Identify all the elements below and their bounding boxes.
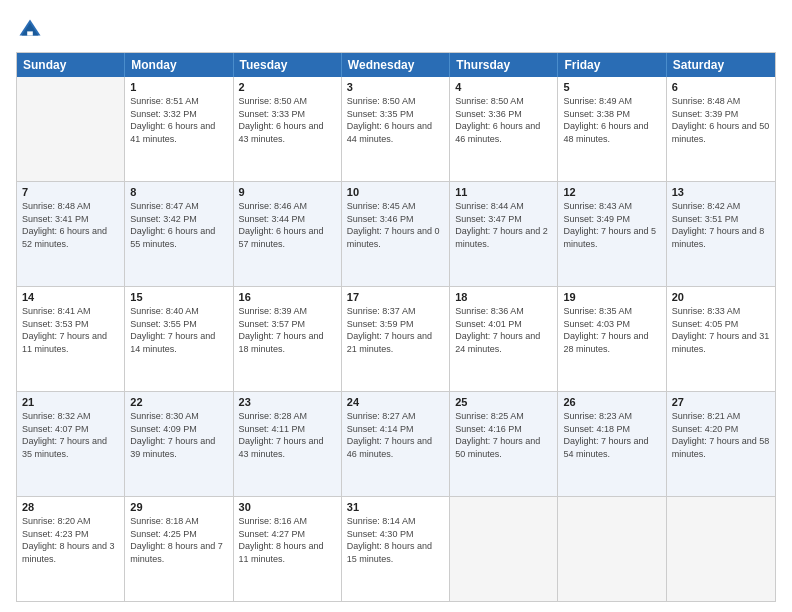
day-cell-20: 20Sunrise: 8:33 AMSunset: 4:05 PMDayligh…: [667, 287, 775, 391]
empty-cell: [450, 497, 558, 601]
day-cell-15: 15Sunrise: 8:40 AMSunset: 3:55 PMDayligh…: [125, 287, 233, 391]
day-info: Sunrise: 8:49 AMSunset: 3:38 PMDaylight:…: [563, 95, 660, 145]
day-info: Sunrise: 8:44 AMSunset: 3:47 PMDaylight:…: [455, 200, 552, 250]
header-day-wednesday: Wednesday: [342, 53, 450, 77]
calendar-row-1: 1Sunrise: 8:51 AMSunset: 3:32 PMDaylight…: [17, 77, 775, 182]
day-cell-3: 3Sunrise: 8:50 AMSunset: 3:35 PMDaylight…: [342, 77, 450, 181]
day-cell-23: 23Sunrise: 8:28 AMSunset: 4:11 PMDayligh…: [234, 392, 342, 496]
empty-cell: [17, 77, 125, 181]
day-number: 5: [563, 81, 660, 93]
day-number: 30: [239, 501, 336, 513]
day-info: Sunrise: 8:43 AMSunset: 3:49 PMDaylight:…: [563, 200, 660, 250]
day-number: 28: [22, 501, 119, 513]
day-cell-17: 17Sunrise: 8:37 AMSunset: 3:59 PMDayligh…: [342, 287, 450, 391]
calendar-row-2: 7Sunrise: 8:48 AMSunset: 3:41 PMDaylight…: [17, 182, 775, 287]
day-cell-4: 4Sunrise: 8:50 AMSunset: 3:36 PMDaylight…: [450, 77, 558, 181]
day-info: Sunrise: 8:48 AMSunset: 3:41 PMDaylight:…: [22, 200, 119, 250]
day-info: Sunrise: 8:47 AMSunset: 3:42 PMDaylight:…: [130, 200, 227, 250]
day-info: Sunrise: 8:30 AMSunset: 4:09 PMDaylight:…: [130, 410, 227, 460]
day-info: Sunrise: 8:32 AMSunset: 4:07 PMDaylight:…: [22, 410, 119, 460]
day-info: Sunrise: 8:51 AMSunset: 3:32 PMDaylight:…: [130, 95, 227, 145]
day-info: Sunrise: 8:48 AMSunset: 3:39 PMDaylight:…: [672, 95, 770, 145]
day-info: Sunrise: 8:33 AMSunset: 4:05 PMDaylight:…: [672, 305, 770, 355]
day-number: 27: [672, 396, 770, 408]
day-info: Sunrise: 8:27 AMSunset: 4:14 PMDaylight:…: [347, 410, 444, 460]
calendar-body: 1Sunrise: 8:51 AMSunset: 3:32 PMDaylight…: [17, 77, 775, 601]
day-info: Sunrise: 8:41 AMSunset: 3:53 PMDaylight:…: [22, 305, 119, 355]
day-number: 9: [239, 186, 336, 198]
day-number: 22: [130, 396, 227, 408]
day-info: Sunrise: 8:46 AMSunset: 3:44 PMDaylight:…: [239, 200, 336, 250]
calendar-row-5: 28Sunrise: 8:20 AMSunset: 4:23 PMDayligh…: [17, 497, 775, 601]
day-number: 18: [455, 291, 552, 303]
day-cell-25: 25Sunrise: 8:25 AMSunset: 4:16 PMDayligh…: [450, 392, 558, 496]
day-info: Sunrise: 8:18 AMSunset: 4:25 PMDaylight:…: [130, 515, 227, 565]
day-cell-30: 30Sunrise: 8:16 AMSunset: 4:27 PMDayligh…: [234, 497, 342, 601]
day-cell-29: 29Sunrise: 8:18 AMSunset: 4:25 PMDayligh…: [125, 497, 233, 601]
day-number: 20: [672, 291, 770, 303]
day-cell-6: 6Sunrise: 8:48 AMSunset: 3:39 PMDaylight…: [667, 77, 775, 181]
day-cell-24: 24Sunrise: 8:27 AMSunset: 4:14 PMDayligh…: [342, 392, 450, 496]
day-number: 2: [239, 81, 336, 93]
day-cell-18: 18Sunrise: 8:36 AMSunset: 4:01 PMDayligh…: [450, 287, 558, 391]
calendar-header-row: SundayMondayTuesdayWednesdayThursdayFrid…: [17, 53, 775, 77]
svg-rect-2: [27, 31, 33, 35]
day-number: 25: [455, 396, 552, 408]
day-number: 16: [239, 291, 336, 303]
day-info: Sunrise: 8:36 AMSunset: 4:01 PMDaylight:…: [455, 305, 552, 355]
day-cell-9: 9Sunrise: 8:46 AMSunset: 3:44 PMDaylight…: [234, 182, 342, 286]
day-info: Sunrise: 8:21 AMSunset: 4:20 PMDaylight:…: [672, 410, 770, 460]
day-cell-26: 26Sunrise: 8:23 AMSunset: 4:18 PMDayligh…: [558, 392, 666, 496]
header-day-monday: Monday: [125, 53, 233, 77]
day-info: Sunrise: 8:50 AMSunset: 3:35 PMDaylight:…: [347, 95, 444, 145]
day-cell-13: 13Sunrise: 8:42 AMSunset: 3:51 PMDayligh…: [667, 182, 775, 286]
day-cell-19: 19Sunrise: 8:35 AMSunset: 4:03 PMDayligh…: [558, 287, 666, 391]
logo-icon: [16, 16, 44, 44]
day-cell-11: 11Sunrise: 8:44 AMSunset: 3:47 PMDayligh…: [450, 182, 558, 286]
day-cell-31: 31Sunrise: 8:14 AMSunset: 4:30 PMDayligh…: [342, 497, 450, 601]
day-cell-1: 1Sunrise: 8:51 AMSunset: 3:32 PMDaylight…: [125, 77, 233, 181]
header-day-saturday: Saturday: [667, 53, 775, 77]
day-cell-27: 27Sunrise: 8:21 AMSunset: 4:20 PMDayligh…: [667, 392, 775, 496]
day-info: Sunrise: 8:40 AMSunset: 3:55 PMDaylight:…: [130, 305, 227, 355]
day-cell-28: 28Sunrise: 8:20 AMSunset: 4:23 PMDayligh…: [17, 497, 125, 601]
day-number: 23: [239, 396, 336, 408]
header: [16, 16, 776, 44]
day-number: 6: [672, 81, 770, 93]
day-cell-7: 7Sunrise: 8:48 AMSunset: 3:41 PMDaylight…: [17, 182, 125, 286]
logo: [16, 16, 48, 44]
header-day-friday: Friday: [558, 53, 666, 77]
day-info: Sunrise: 8:20 AMSunset: 4:23 PMDaylight:…: [22, 515, 119, 565]
day-number: 10: [347, 186, 444, 198]
calendar: SundayMondayTuesdayWednesdayThursdayFrid…: [16, 52, 776, 602]
day-number: 4: [455, 81, 552, 93]
day-info: Sunrise: 8:14 AMSunset: 4:30 PMDaylight:…: [347, 515, 444, 565]
day-number: 24: [347, 396, 444, 408]
header-day-tuesday: Tuesday: [234, 53, 342, 77]
header-day-thursday: Thursday: [450, 53, 558, 77]
empty-cell: [558, 497, 666, 601]
day-number: 13: [672, 186, 770, 198]
day-number: 14: [22, 291, 119, 303]
day-info: Sunrise: 8:35 AMSunset: 4:03 PMDaylight:…: [563, 305, 660, 355]
day-info: Sunrise: 8:42 AMSunset: 3:51 PMDaylight:…: [672, 200, 770, 250]
day-info: Sunrise: 8:28 AMSunset: 4:11 PMDaylight:…: [239, 410, 336, 460]
day-cell-5: 5Sunrise: 8:49 AMSunset: 3:38 PMDaylight…: [558, 77, 666, 181]
day-number: 12: [563, 186, 660, 198]
day-cell-8: 8Sunrise: 8:47 AMSunset: 3:42 PMDaylight…: [125, 182, 233, 286]
day-cell-16: 16Sunrise: 8:39 AMSunset: 3:57 PMDayligh…: [234, 287, 342, 391]
day-cell-22: 22Sunrise: 8:30 AMSunset: 4:09 PMDayligh…: [125, 392, 233, 496]
day-number: 7: [22, 186, 119, 198]
day-cell-2: 2Sunrise: 8:50 AMSunset: 3:33 PMDaylight…: [234, 77, 342, 181]
day-info: Sunrise: 8:45 AMSunset: 3:46 PMDaylight:…: [347, 200, 444, 250]
day-info: Sunrise: 8:50 AMSunset: 3:36 PMDaylight:…: [455, 95, 552, 145]
day-info: Sunrise: 8:25 AMSunset: 4:16 PMDaylight:…: [455, 410, 552, 460]
day-cell-12: 12Sunrise: 8:43 AMSunset: 3:49 PMDayligh…: [558, 182, 666, 286]
day-info: Sunrise: 8:39 AMSunset: 3:57 PMDaylight:…: [239, 305, 336, 355]
day-info: Sunrise: 8:50 AMSunset: 3:33 PMDaylight:…: [239, 95, 336, 145]
calendar-page: SundayMondayTuesdayWednesdayThursdayFrid…: [0, 0, 792, 612]
day-cell-21: 21Sunrise: 8:32 AMSunset: 4:07 PMDayligh…: [17, 392, 125, 496]
calendar-row-4: 21Sunrise: 8:32 AMSunset: 4:07 PMDayligh…: [17, 392, 775, 497]
header-day-sunday: Sunday: [17, 53, 125, 77]
day-info: Sunrise: 8:23 AMSunset: 4:18 PMDaylight:…: [563, 410, 660, 460]
